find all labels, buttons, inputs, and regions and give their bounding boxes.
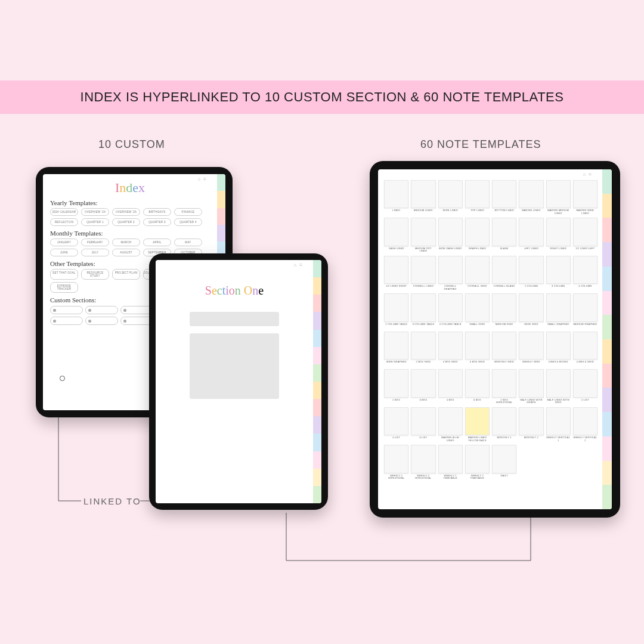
index-pill[interactable]: REFLECTION (50, 218, 78, 226)
template-cell[interactable]: MEDIUM GRAPHED (573, 293, 597, 329)
template-cell[interactable]: MARGIN WIDE LINED (573, 180, 597, 215)
template-cell[interactable]: WIDE DASH LINED (438, 218, 463, 253)
custom-section-input[interactable] (85, 317, 118, 325)
index-pill[interactable]: EXPENSE TRACKER (50, 282, 78, 293)
home-icon[interactable]: ⌂ (583, 172, 586, 177)
template-cell[interactable]: MONTHLY 1 (492, 407, 516, 442)
template-cell[interactable]: 4 LIST (384, 407, 408, 442)
template-cell[interactable]: MARGIN MEDIUM LINED (546, 180, 571, 215)
template-cell[interactable]: CORNELL LINED (411, 256, 435, 291)
custom-section-input[interactable] (50, 317, 83, 325)
template-cell[interactable]: 6 BOX GRID (465, 332, 490, 367)
home-icon[interactable]: ⌂ (197, 177, 200, 182)
template-cell[interactable]: WEEKLY 2 TIMETABLE (465, 445, 490, 480)
template-cell[interactable]: 4 BOX GRID (438, 332, 463, 367)
template-cell[interactable]: WEEKLY 1 TIMETABLE (438, 445, 463, 480)
template-cell[interactable]: GRAPH LINED (465, 218, 490, 253)
template-cell[interactable]: WEEKLY VERTICAL 1 (546, 407, 571, 442)
index-pill[interactable]: QUARTER 4 (174, 218, 202, 226)
template-cell[interactable]: HALF LINED WITH GRAPH (519, 369, 543, 404)
template-cell[interactable]: CORNELL GRAPHED (438, 256, 463, 291)
template-cell[interactable]: LINES & BOXES (546, 332, 571, 367)
template-caption: MEDIUM DOT LINED (411, 247, 435, 253)
side-tabs[interactable] (313, 260, 321, 503)
index-pill[interactable]: MAY (174, 239, 202, 246)
template-cell[interactable]: 4 COLUMN (573, 256, 597, 291)
template-cell[interactable]: MEDIUM GRID (492, 293, 516, 329)
side-tabs[interactable] (602, 169, 612, 509)
template-cell[interactable]: 4 COLUMN TABLE (438, 293, 463, 329)
template-cell[interactable]: TOP LINED (465, 180, 490, 215)
template-caption: WIDE GRAPHED (386, 361, 407, 367)
template-caption: WIDE GRID (524, 323, 538, 329)
template-cell[interactable]: 6 BOX (465, 369, 490, 404)
index-pill[interactable]: OVERVIEW '24 (81, 208, 109, 216)
template-cell[interactable]: SMALL GRAPHED (546, 293, 571, 329)
template-cell[interactable]: DASH LINED (384, 218, 408, 253)
index-pill[interactable]: SET THAT GOAL (50, 269, 78, 280)
custom-section-input[interactable] (120, 317, 153, 325)
index-pill[interactable]: FINANCE (174, 208, 202, 216)
template-cell[interactable]: DAILY (492, 445, 516, 480)
custom-section-input[interactable] (120, 306, 153, 314)
index-pill[interactable]: AUGUST (112, 249, 140, 256)
template-cell[interactable]: 3 BOX (411, 369, 435, 404)
index-pill[interactable]: QUARTER 1 (81, 218, 109, 226)
template-cell[interactable]: WIDE LINED (438, 180, 463, 215)
template-cell[interactable]: 6 LIST (411, 407, 435, 442)
template-cell[interactable]: RIGHT LINED (546, 218, 571, 253)
custom-section-input[interactable] (85, 306, 118, 314)
index-pill[interactable]: PROJECT PLAN (112, 269, 140, 280)
index-pill[interactable]: MARCH (112, 239, 140, 246)
template-cell[interactable]: 2 BOX GRID (411, 332, 435, 367)
template-cell[interactable]: 3 COLUMN TABLE (411, 293, 435, 329)
index-pill[interactable]: OVERVIEW '25 (112, 208, 140, 216)
template-cell[interactable]: 2 BOX HORIZONTAL (492, 369, 516, 404)
template-cell[interactable]: MONTHLY 2 (519, 407, 543, 442)
template-cell[interactable]: LEFT LINED (519, 218, 543, 253)
template-cell[interactable]: MARGIN LINED (519, 180, 543, 215)
template-cell[interactable]: WEEKLY 1 HORIZONTAL (384, 445, 408, 480)
template-cell[interactable]: HALF LINED WITH GRID (546, 369, 571, 404)
template-cell[interactable]: 4 BOX (438, 369, 463, 404)
menu-icon[interactable]: ≡ (589, 172, 592, 177)
template-cell[interactable]: MARGIN BLUE LINED (438, 407, 463, 442)
template-cell[interactable]: MARGIN LINED YELLOW BACK (465, 407, 490, 442)
template-cell[interactable]: BLANK (492, 218, 516, 253)
index-pill[interactable]: BIRTHDAYS (143, 208, 171, 216)
index-pill[interactable]: 2024 CALENDAR (50, 208, 78, 216)
template-cell[interactable]: 2 COLUMN TABLE (384, 293, 408, 329)
template-cell[interactable]: MEDIUM DOT LINED (411, 218, 435, 253)
template-cell[interactable]: LINED (384, 180, 408, 215)
custom-section-input[interactable] (50, 306, 83, 314)
template-cell[interactable]: 1/2 LINED RIGHT (384, 256, 408, 291)
template-cell[interactable]: 2 LIST (573, 369, 597, 404)
index-pill[interactable]: JUNE (50, 249, 78, 256)
template-cell[interactable]: WEEKLY VERTICAL 2 (573, 407, 597, 442)
index-pill[interactable]: JULY (81, 249, 109, 256)
template-cell[interactable]: 2 COLUMN (519, 256, 543, 291)
home-icon[interactable]: ⌂ (293, 262, 296, 268)
template-cell[interactable]: MONTHLY GRID (492, 332, 516, 367)
index-pill[interactable]: JANUARY (50, 239, 78, 246)
menu-icon[interactable]: ≡ (203, 177, 206, 182)
template-cell[interactable]: WEEKLY 2 HORIZONTAL (411, 445, 435, 480)
template-cell[interactable]: WEEKLY GRID (519, 332, 543, 367)
menu-icon[interactable]: ≡ (299, 262, 302, 268)
template-cell[interactable]: BOTTOM LINED (492, 180, 516, 215)
template-cell[interactable]: CORNELL GRID (465, 256, 490, 291)
index-pill[interactable]: FEBRUARY (81, 239, 109, 246)
template-cell[interactable]: 2 BOX (384, 369, 408, 404)
index-pill[interactable]: APRIL (143, 239, 171, 246)
template-cell[interactable]: WIDE GRID (519, 293, 543, 329)
template-cell[interactable]: LINES & GRID (573, 332, 597, 367)
template-cell[interactable]: CORNELL BLANK (492, 256, 516, 291)
template-cell[interactable]: MEDIUM LINED (411, 180, 435, 215)
template-cell[interactable]: SMALL GRID (465, 293, 490, 329)
template-cell[interactable]: 3 COLUMN (546, 256, 571, 291)
index-pill[interactable]: QUARTER 2 (112, 218, 140, 226)
template-cell[interactable]: WIDE GRAPHED (384, 332, 408, 367)
index-pill[interactable]: RESOURCE STUDY (81, 269, 109, 280)
index-pill[interactable]: QUARTER 3 (143, 218, 171, 226)
template-cell[interactable]: 1/2 LINED LEFT (573, 218, 597, 253)
